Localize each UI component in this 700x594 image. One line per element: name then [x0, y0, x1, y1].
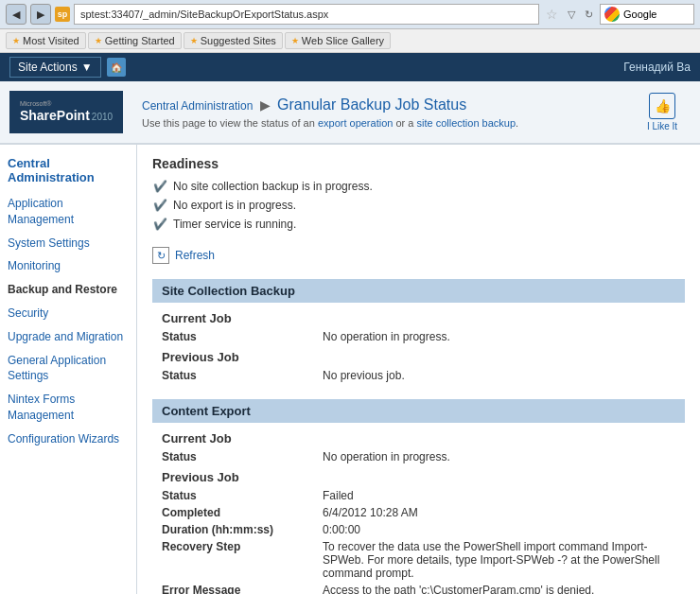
site-actions-label: Site Actions: [18, 61, 78, 74]
subtitle-text3: .: [516, 117, 518, 129]
site-collection-backup-section: Site Collection Backup Current Job Statu…: [152, 279, 685, 384]
user-name: Геннадий Ва: [623, 61, 691, 74]
completed-row: Completed 6/4/2012 10:28 AM: [152, 504, 685, 521]
recovery-row: Recovery Step To recover the data use th…: [152, 538, 685, 582]
dropdown-arrow-icon: ▼: [81, 61, 93, 74]
bookmark-most-visited[interactable]: ★ Most Visited: [6, 32, 86, 49]
check-icon-1: ✔️: [152, 179, 167, 194]
like-label: I Like It: [647, 121, 677, 131]
sidebar-item-upgrade-migration[interactable]: Upgrade and Migration: [0, 325, 136, 349]
bookmark-star-icon[interactable]: ☆: [543, 7, 561, 22]
export-operation-link[interactable]: export operation: [318, 117, 394, 129]
bookmark-getting-started[interactable]: ★ Getting Started: [88, 32, 182, 49]
bookmark-star-icon: ★: [190, 36, 198, 45]
bookmark-label: Getting Started: [105, 35, 175, 46]
previous-job-header-1: Previous Job: [152, 345, 685, 367]
sharepoint-nav-icon: 🏠: [107, 58, 126, 77]
sidebar-item-config-wizards[interactable]: Configuration Wizards: [0, 428, 136, 451]
prev-status-row-2: Status Failed: [152, 487, 685, 504]
site-collection-backup-header: Site Collection Backup: [152, 279, 685, 303]
sidebar-item-security[interactable]: Security: [0, 302, 136, 325]
current-job-status-row-2: Status No operation in progress.: [152, 448, 685, 465]
current-job-header-2: Current Job: [152, 427, 685, 448]
sidebar: Central Administration Application Manag…: [0, 145, 137, 594]
error-label: Error Message: [162, 584, 323, 594]
current-job-status-row-1: Status No operation in progress.: [152, 328, 685, 345]
readiness-section: Readiness ✔️ No site collection backup i…: [152, 156, 685, 232]
forward-button[interactable]: ▶: [30, 4, 51, 25]
logo-sharepoint-text: SharePoint: [20, 108, 90, 124]
readiness-item-1: ✔️ No site collection backup is in progr…: [152, 179, 685, 194]
bookmark-label: Suggested Sites: [201, 35, 276, 46]
browser-refresh-icon[interactable]: ▽: [565, 9, 578, 21]
bookmark-star-icon: ★: [291, 36, 299, 45]
google-search-box[interactable]: Google: [600, 4, 694, 25]
sidebar-item-backup-restore[interactable]: Backup and Restore: [0, 278, 136, 302]
browser-chrome: ◀ ▶ sp ☆ ▽ ↻ Google: [0, 0, 700, 29]
content-export-header: Content Export: [152, 399, 685, 423]
current-status-value-1: No operation in progress.: [323, 330, 675, 343]
readiness-text-2: No export is in progress.: [173, 199, 296, 212]
breadcrumb-home-link[interactable]: Central Administration: [142, 99, 253, 113]
prev-status-value-1: No previous job.: [323, 369, 675, 382]
top-nav-bar: Site Actions ▼ 🏠 Геннадий Ва: [0, 53, 700, 81]
readiness-item-3: ✔️ Timer service is running.: [152, 217, 685, 232]
like-icon: 👍: [649, 93, 675, 119]
google-label: Google: [623, 9, 656, 20]
current-status-value-2: No operation in progress.: [323, 450, 675, 463]
duration-label: Duration (hh:mm:ss): [162, 523, 323, 536]
favicon: sp: [55, 7, 70, 22]
recovery-value: To recover the data use the PowerShell i…: [323, 540, 675, 580]
subtitle-text1: Use this page to view the status of an: [142, 117, 318, 129]
previous-job-status-row-1: Status No previous job.: [152, 367, 685, 384]
bookmark-web-slice-gallery[interactable]: ★ Web Slice Gallery: [285, 32, 391, 49]
prev-status-label-1: Status: [162, 369, 323, 382]
page-subtitle: Use this page to view the status of an e…: [142, 117, 634, 129]
status-label-1: Status: [162, 330, 323, 343]
bookmark-star-icon: ★: [95, 36, 102, 45]
readiness-title: Readiness: [152, 156, 685, 171]
content-area: Central Administration Application Manag…: [0, 145, 700, 594]
prev-status-value-2: Failed: [323, 489, 675, 502]
duration-value: 0:00:00: [323, 523, 675, 536]
logo-year-text: 2010: [92, 112, 113, 123]
like-button[interactable]: 👍 I Like It: [634, 89, 691, 135]
logo-microsoft-text: Microsoft®: [20, 100, 113, 108]
main-content: Readiness ✔️ No site collection backup i…: [137, 145, 700, 594]
recovery-label: Recovery Step: [162, 540, 323, 553]
sidebar-item-monitoring[interactable]: Monitoring: [0, 254, 136, 278]
sidebar-item-general-settings[interactable]: General Application Settings: [0, 349, 136, 389]
refresh-icon: ↻: [152, 247, 169, 264]
page-title-area: Central Administration ▶ Granular Backup…: [123, 96, 634, 129]
main-header: Microsoft® SharePoint 2010 Central Admin…: [0, 81, 700, 145]
prev-status-label-2: Status: [162, 489, 323, 502]
current-job-header-1: Current Job: [152, 306, 685, 328]
address-bar[interactable]: [74, 4, 539, 25]
check-icon-3: ✔️: [152, 217, 167, 232]
check-icon-2: ✔️: [152, 198, 167, 213]
browser-reload-icon[interactable]: ↻: [582, 9, 596, 21]
duration-row: Duration (hh:mm:ss) 0:00:00: [152, 521, 685, 538]
subtitle-text2: or a: [393, 117, 416, 129]
bookmark-star-icon: ★: [12, 36, 20, 45]
google-icon: [604, 7, 620, 22]
breadcrumb-separator: ▶: [260, 97, 271, 113]
bookmark-label: Web Slice Gallery: [302, 35, 384, 46]
readiness-text-3: Timer service is running.: [173, 218, 296, 231]
sidebar-item-nintex-forms[interactable]: Nintex Forms Management: [0, 388, 136, 428]
sidebar-item-application-management[interactable]: Application Management: [0, 192, 136, 232]
breadcrumb-current: Granular Backup Job Status: [277, 96, 466, 113]
refresh-label: Refresh: [175, 249, 215, 262]
site-collection-backup-link[interactable]: site collection backup: [416, 117, 516, 129]
bookmark-suggested-sites[interactable]: ★ Suggested Sites: [184, 32, 283, 49]
error-value: Access to the path 'c:\CustomerParam.cmp…: [323, 584, 675, 594]
status-label-2: Status: [162, 450, 323, 463]
back-button[interactable]: ◀: [6, 4, 26, 25]
sidebar-item-system-settings[interactable]: System Settings: [0, 232, 136, 255]
breadcrumb: Central Administration ▶ Granular Backup…: [142, 96, 634, 114]
content-export-section: Content Export Current Job Status No ope…: [152, 399, 685, 594]
bookmarks-bar: ★ Most Visited ★ Getting Started ★ Sugge…: [0, 29, 700, 53]
error-row: Error Message Access to the path 'c:\Cus…: [152, 582, 685, 594]
refresh-link[interactable]: ↻ Refresh: [152, 247, 685, 264]
site-actions-button[interactable]: Site Actions ▼: [9, 57, 101, 78]
